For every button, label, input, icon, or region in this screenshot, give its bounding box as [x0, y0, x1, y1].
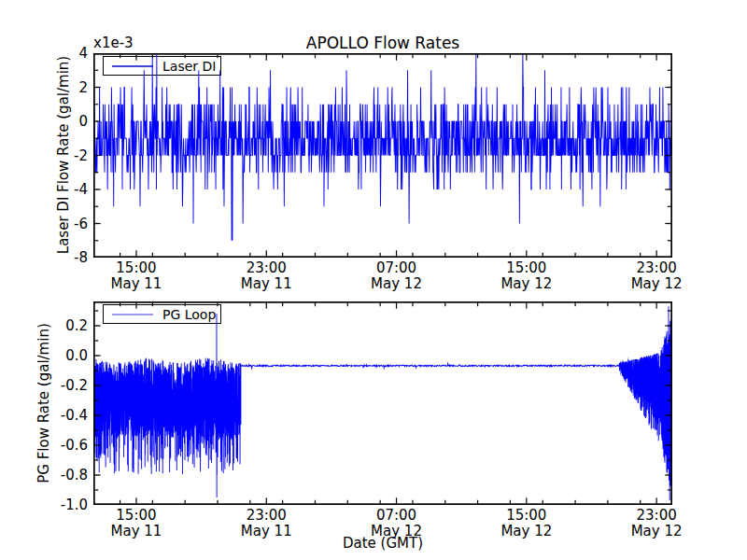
- x-tick-label: 07:00May 12: [371, 260, 422, 291]
- y-tick-label: -4: [39, 181, 88, 198]
- x-tick-text: 23:00: [241, 260, 292, 276]
- x-tick-text: May 11: [241, 524, 292, 539]
- y-tick-label: -1.0: [39, 497, 88, 513]
- y-tick-label: -0.4: [39, 407, 88, 424]
- x-tick-text: 23:00: [631, 508, 683, 524]
- x-tick-text: May 12: [631, 524, 683, 539]
- x-tick-text: May 12: [371, 276, 422, 292]
- bottom-plot-canvas: [93, 301, 672, 505]
- x-tick-text: May 12: [500, 276, 552, 292]
- x-tick-label: 23:00May 11: [241, 508, 292, 539]
- y-tick-label: 0.2: [39, 317, 88, 334]
- x-tick-text: May 11: [111, 524, 162, 539]
- y-axis-offset-text: x1e-3: [93, 35, 134, 51]
- x-tick-text: May 12: [631, 276, 683, 292]
- y-tick-label: 2: [39, 79, 88, 96]
- x-tick-text: May 11: [111, 276, 162, 292]
- y-tick-label: -0.8: [39, 467, 88, 483]
- x-tick-text: 07:00: [371, 260, 422, 276]
- x-tick-label: 23:00May 12: [631, 508, 683, 539]
- x-tick-text: May 12: [371, 524, 422, 539]
- x-tick-text: 15:00: [500, 260, 552, 276]
- x-tick-text: 07:00: [371, 508, 422, 524]
- y-tick-label: 4: [39, 45, 88, 62]
- matplotlib-figure: APOLLO Flow Rates x1e-3 Laser DI Flow Ra…: [0, 0, 747, 560]
- x-tick-label: 23:00May 12: [631, 260, 683, 291]
- x-tick-text: May 12: [500, 524, 552, 539]
- x-tick-label: 15:00May 11: [111, 260, 162, 291]
- x-tick-text: 23:00: [631, 260, 683, 276]
- y-tick-label: -8: [39, 249, 88, 266]
- top-plot-canvas: [93, 53, 672, 258]
- x-tick-text: 15:00: [111, 508, 162, 524]
- x-tick-label: 23:00May 11: [241, 260, 292, 291]
- y-tick-label: 0: [39, 113, 88, 130]
- chart-title: APOLLO Flow Rates: [306, 34, 459, 52]
- x-tick-label: 15:00May 12: [500, 260, 552, 291]
- x-tick-label: 15:00May 12: [500, 508, 552, 539]
- y-tick-label: -0.6: [39, 437, 88, 454]
- y-tick-label: -2: [39, 147, 88, 164]
- x-tick-text: May 11: [241, 276, 292, 292]
- x-tick-text: 15:00: [500, 508, 552, 524]
- x-tick-text: 15:00: [111, 260, 162, 276]
- y-tick-label: -6: [39, 216, 88, 232]
- x-tick-label: 07:00May 12: [371, 508, 422, 539]
- y-tick-label: 0.0: [39, 347, 88, 364]
- x-tick-label: 15:00May 11: [111, 508, 162, 539]
- y-tick-label: -0.2: [39, 377, 88, 394]
- x-tick-text: 23:00: [241, 508, 292, 524]
